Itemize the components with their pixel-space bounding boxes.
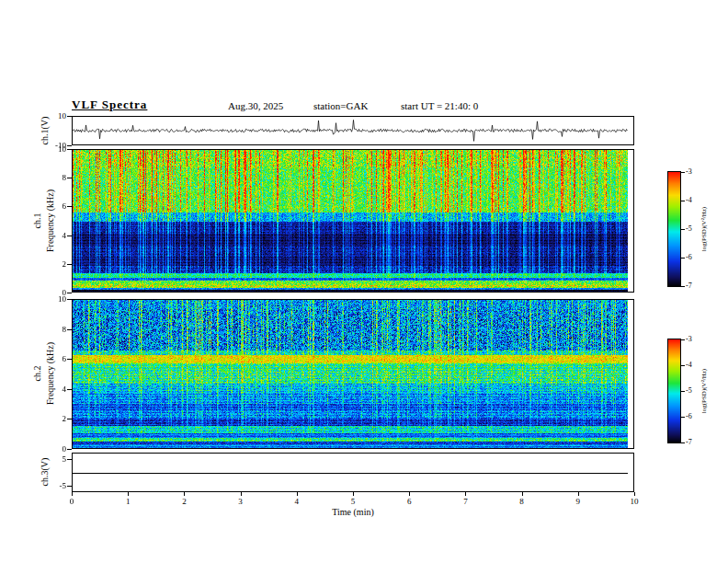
ch2-channel-label: ch.2 [32, 366, 42, 382]
ch1-waveform-canvas [73, 117, 628, 144]
ch3-y-tick-label: -5 [40, 481, 66, 490]
x-tick-mark [128, 492, 129, 496]
colorbar-tick-label: -7 [686, 438, 702, 447]
y-tick-mark [67, 236, 72, 236]
x-tick-label: 10 [625, 497, 643, 506]
colorbar-tick-mark [681, 417, 685, 418]
ch1-spectrogram-panel [72, 149, 634, 293]
header-date: Aug.30, 2025 [228, 100, 283, 111]
colorbar-tick-label: -6 [686, 253, 702, 262]
x-tick-mark [184, 492, 185, 496]
x-tick-mark [297, 492, 298, 496]
ch3-trace-canvas [73, 454, 628, 491]
ch1-frequency-axis-label: Frequency (kHz) [45, 190, 55, 252]
y-tick-mark [67, 359, 72, 360]
ch1-spectrogram-y-tick-label: 8 [40, 173, 66, 182]
x-tick-label: 5 [344, 497, 362, 506]
ch1-spectrogram-y-tick-label: 6 [40, 201, 66, 211]
ch2-spectrogram-y-tick-label: 10 [40, 294, 66, 304]
colorbar-tick-label: -3 [686, 335, 702, 344]
ch1-waveform-panel [72, 116, 634, 145]
ch1-spectrogram-canvas [73, 150, 628, 292]
x-tick-mark [72, 492, 73, 496]
x-tick-label: 1 [119, 497, 137, 506]
ch1-spectrogram-y-tick-label: 10 [40, 144, 66, 154]
colorbar-tick-mark [681, 258, 685, 259]
figure-title: VLF Spectra [72, 98, 147, 112]
time-axis-label: Time (min) [279, 507, 427, 517]
x-tick-label: 8 [513, 497, 531, 506]
x-tick-mark [522, 492, 523, 496]
y-tick-mark [67, 299, 72, 300]
y-tick-mark [67, 293, 72, 293]
y-tick-mark [67, 449, 72, 450]
colorbar-tick-mark [681, 172, 685, 173]
colorbar-tick-label: -3 [686, 167, 702, 177]
y-tick-mark [67, 206, 72, 207]
colorbar-ch1-canvas [668, 172, 680, 286]
colorbar-tick-label: -7 [686, 282, 702, 291]
x-tick-label: 4 [288, 497, 306, 506]
header-station: station=GAK [313, 100, 368, 111]
ch2-spectrogram-y-tick-label: 8 [40, 325, 66, 334]
y-tick-mark [67, 116, 72, 117]
y-tick-mark [67, 459, 72, 460]
colorbar-tick-mark [681, 229, 685, 230]
y-tick-mark [67, 486, 72, 487]
colorbar-tick-label: -4 [686, 361, 702, 370]
header-start-ut: start UT = 21:40: 0 [401, 100, 478, 111]
colorbar-ch2-canvas [668, 339, 680, 442]
y-tick-mark [67, 329, 72, 330]
x-tick-mark [465, 492, 466, 496]
y-tick-mark [67, 145, 72, 146]
ch2-spectrogram-y-tick-label: 0 [40, 444, 66, 454]
ch1-channel-label: ch.1 [32, 213, 42, 229]
ch3-y-tick-label: 5 [40, 454, 66, 464]
y-tick-mark [67, 149, 72, 150]
x-tick-mark [409, 492, 410, 496]
x-tick-mark [634, 492, 635, 496]
ch2-spectrogram-canvas [73, 300, 628, 448]
colorbar-ch2 [667, 339, 681, 443]
ch2-spectrogram-panel [72, 299, 634, 449]
ch1-spectrogram-y-tick-label: 4 [40, 231, 66, 240]
x-tick-label: 2 [175, 497, 193, 506]
x-tick-mark [353, 492, 354, 496]
x-tick-label: 7 [456, 497, 474, 506]
ch2-frequency-axis-label: Frequency (kHz) [45, 342, 55, 405]
x-tick-mark [578, 492, 579, 496]
x-tick-mark [241, 492, 242, 496]
y-tick-mark [67, 264, 72, 265]
colorbar-tick-label: -4 [686, 196, 702, 205]
vlf-spectra-figure: VLF Spectra Aug.30, 2025 station=GAK sta… [0, 0, 728, 563]
colorbar-tick-label: -5 [686, 386, 702, 396]
ch3-trace-panel [72, 453, 634, 492]
x-tick-label: 6 [400, 497, 418, 506]
ch2-spectrogram-y-tick-label: 6 [40, 354, 66, 363]
colorbar-tick-mark [681, 391, 685, 392]
x-tick-label: 3 [232, 497, 250, 506]
ch2-spectrogram-y-tick-label: 2 [40, 414, 66, 423]
colorbar-tick-mark [681, 339, 685, 340]
colorbar-tick-mark [681, 286, 685, 287]
colorbar-tick-mark [681, 442, 685, 443]
ch1-waveform-y-tick-label: 10 [40, 111, 66, 121]
ch1-spectrogram-y-tick-label: 2 [40, 259, 66, 269]
colorbar-tick-mark [681, 365, 685, 366]
x-tick-label: 0 [63, 497, 81, 506]
colorbar-tick-mark [681, 201, 685, 201]
colorbar-ch1 [667, 171, 681, 287]
ch2-spectrogram-y-tick-label: 4 [40, 385, 66, 394]
y-tick-mark [67, 178, 72, 178]
x-tick-label: 9 [569, 497, 587, 506]
y-tick-mark [67, 419, 72, 419]
colorbar-tick-label: -6 [686, 412, 702, 421]
colorbar-tick-label: -5 [686, 224, 702, 234]
y-tick-mark [67, 389, 72, 390]
